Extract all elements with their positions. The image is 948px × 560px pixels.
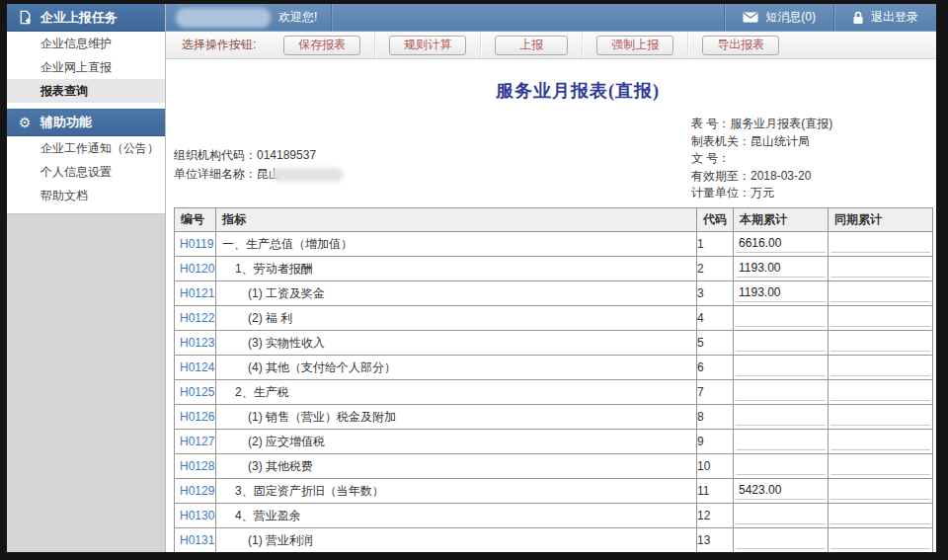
indicator-code-link[interactable]: H0123: [175, 336, 214, 350]
sidebar-menu-aux-functions: 企业工作通知（公告）个人信息设置帮助文档: [7, 136, 165, 213]
envelope-icon: [743, 12, 758, 23]
table-row: H0126(1) 销售（营业）税金及附加8: [175, 405, 933, 430]
sidebar-item[interactable]: 个人信息设置: [7, 160, 165, 184]
topbar: 欢迎您! 短消息(0): [166, 4, 936, 32]
sidebar-section-aux-functions[interactable]: ⚙ 辅助功能: [7, 109, 165, 136]
meta-label: 表 号：: [691, 117, 730, 130]
app-window: 企业上报任务 企业信息维护企业网上直报报表查询 ⚙ 辅助功能 企业工作通知（公告…: [7, 4, 936, 552]
table-row: H01293、固定资产折旧（当年数）115423.00: [175, 479, 933, 504]
indicator-code-link[interactable]: H0122: [175, 311, 214, 325]
same-period-input[interactable]: [830, 259, 930, 278]
indicator-code-link[interactable]: H0126: [175, 410, 214, 424]
main-area: 选择操作按钮: 保存报表规则计算上报强制上报导出报表 服务业月报表(直报) 组织…: [166, 32, 936, 552]
same-period-input[interactable]: [830, 506, 930, 524]
sidebar-section-report-tasks[interactable]: 企业上报任务: [7, 4, 165, 32]
current-period-input[interactable]: [736, 432, 826, 450]
indicator-code-link[interactable]: H0121: [175, 286, 214, 300]
indicator-code-link[interactable]: H0129: [175, 484, 214, 498]
same-period-input[interactable]: [830, 481, 930, 500]
toolbar-buttons: 保存报表规则计算上报强制上报导出报表: [270, 32, 793, 58]
logout-button[interactable]: 退出登录: [834, 4, 936, 32]
current-period-input[interactable]: [736, 456, 826, 475]
sidebar-item[interactable]: 企业信息维护: [7, 32, 165, 55]
indicator-code-link[interactable]: H0131: [175, 533, 214, 547]
report-table: 编号 指标 代码 本期累计 同期累计 H0119一、生产总值（增加值）16616…: [174, 207, 933, 552]
logout-label: 退出登录: [871, 9, 918, 26]
same-period-input[interactable]: [830, 283, 930, 302]
sidebar: 企业上报任务 企业信息维护企业网上直报报表查询 ⚙ 辅助功能 企业工作通知（公告…: [7, 4, 166, 552]
current-period-input[interactable]: 1193.00: [736, 283, 826, 302]
same-period-input[interactable]: [830, 358, 930, 376]
current-period-input[interactable]: 6616.00: [736, 234, 826, 253]
meta-value: 2018-03-20: [750, 169, 811, 183]
col-header-code: 编号: [175, 208, 216, 232]
sidebar-menu-report-tasks: 企业信息维护企业网上直报报表查询: [7, 32, 165, 109]
col-header-same-period: 同期累计: [829, 208, 933, 232]
row-number: 1: [697, 232, 734, 257]
sidebar-item[interactable]: 企业网上直报: [7, 55, 165, 79]
current-period-input[interactable]: 1193.00: [736, 259, 826, 278]
current-period-input[interactable]: [736, 358, 826, 376]
indicator-name: 一、生产总值（增加值）: [216, 236, 696, 253]
toolbar-button[interactable]: 导出报表: [702, 36, 779, 55]
report-title: 服务业月报表(直报): [198, 79, 936, 103]
table-row: H01252、生产税7: [175, 380, 933, 405]
sidebar-section-title: 企业上报任务: [40, 9, 118, 27]
table-row: H0127(2) 应交增值税9: [175, 430, 933, 454]
sidebar-item[interactable]: 帮助文档: [7, 184, 165, 207]
current-period-input[interactable]: [736, 382, 826, 401]
indicator-code-link[interactable]: H0120: [175, 262, 214, 276]
toolbar-separator: [374, 33, 375, 58]
indicator-code-link[interactable]: H0125: [175, 385, 214, 399]
indicator-code-link[interactable]: H0119: [175, 237, 213, 251]
indicator-code-link[interactable]: H0127: [175, 435, 214, 448]
same-period-input[interactable]: [830, 407, 930, 426]
indicator-name: (4) 其他（支付给个人部分）: [216, 360, 696, 376]
table-row: H01304、营业盈余12: [175, 504, 933, 528]
same-period-input[interactable]: [830, 234, 930, 253]
current-period-input[interactable]: [736, 333, 826, 352]
row-number: 5: [697, 331, 734, 356]
messages-label: 短消息(0): [765, 9, 816, 26]
row-number: 12: [697, 504, 734, 528]
indicator-code-link[interactable]: H0130: [175, 509, 214, 522]
col-header-number: 代码: [697, 208, 734, 232]
same-period-input[interactable]: [830, 308, 930, 327]
sidebar-item[interactable]: 企业工作通知（公告）: [7, 136, 165, 160]
report-content: 服务业月报表(直报) 组织机构代码： 014189537 单位详细名称： 昆山 …: [166, 59, 936, 552]
toolbar: 选择操作按钮: 保存报表规则计算上报强制上报导出报表: [166, 32, 936, 59]
sidebar-item[interactable]: 报表查询: [7, 79, 165, 103]
indicator-name: (3) 实物性收入: [216, 335, 696, 352]
meta-value: 万元: [750, 186, 774, 200]
meta-line: 制表机关：昆山统计局: [691, 133, 832, 151]
same-period-input[interactable]: [830, 456, 930, 475]
same-period-input[interactable]: [830, 432, 930, 450]
same-period-input[interactable]: [830, 333, 930, 352]
indicator-name: 4、营业盈余: [216, 508, 696, 524]
current-period-input[interactable]: [736, 308, 826, 327]
row-number: 3: [697, 281, 734, 306]
meta-value: 服务业月报表(直报): [730, 117, 832, 130]
current-period-input[interactable]: [736, 506, 826, 524]
toolbar-separator: [480, 33, 481, 58]
toolbar-label: 选择操作按钮:: [182, 37, 256, 53]
indicator-name: (2) 福 利: [216, 310, 696, 327]
toolbar-button[interactable]: 规则计算: [389, 36, 466, 55]
toolbar-button[interactable]: 保存报表: [283, 36, 360, 55]
current-period-input[interactable]: [736, 530, 826, 549]
indicator-name: (1) 工资及奖金: [216, 285, 696, 302]
sidebar-filler: [7, 213, 165, 552]
toolbar-button[interactable]: 强制上报: [596, 36, 673, 55]
indicator-name: (3) 其他税费: [216, 458, 696, 475]
row-number: 8: [697, 405, 734, 430]
current-period-input[interactable]: 5423.00: [736, 481, 826, 500]
same-period-input[interactable]: [830, 382, 930, 401]
toolbar-button[interactable]: 上报: [495, 36, 568, 55]
indicator-code-link[interactable]: H0124: [175, 360, 214, 374]
org-code-value: 014189537: [257, 146, 316, 165]
same-period-input[interactable]: [830, 530, 930, 549]
indicator-code-link[interactable]: H0128: [175, 459, 214, 473]
current-period-input[interactable]: [736, 407, 826, 426]
toolbar-separator: [687, 33, 688, 58]
messages-button[interactable]: 短消息(0): [725, 4, 833, 32]
